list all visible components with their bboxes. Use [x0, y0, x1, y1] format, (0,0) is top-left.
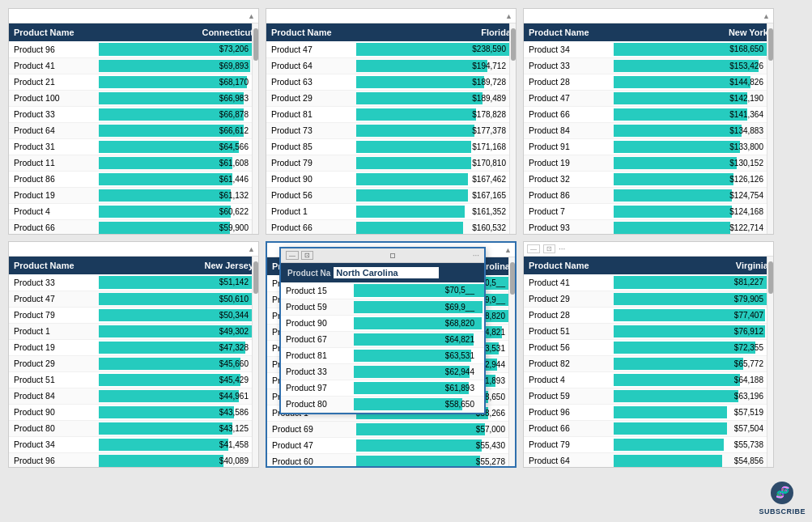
table-row: Product 66$160,532: [266, 219, 516, 235]
table-row: Product 80$43,125: [9, 420, 258, 436]
product-name-cell: Product 1: [266, 203, 356, 219]
product-name-cell: Product 82: [524, 355, 614, 371]
ny-scrollbar-thumb[interactable]: [768, 28, 773, 61]
value-text: $144,826: [619, 78, 768, 87]
table-row: Product 86$124,754: [524, 187, 773, 203]
value-text: $168,650: [619, 45, 768, 53]
value-text: $177,378: [361, 126, 511, 135]
ct-scroll-up-icon[interactable]: ▲: [248, 12, 255, 20]
subscribe-label[interactable]: SUBSCRIBE: [759, 507, 806, 516]
value-cell: $133,800: [614, 138, 773, 155]
ct-scrollbar-thumb[interactable]: [253, 28, 258, 61]
table-row: Product 64$54,856: [524, 452, 773, 468]
value-text: $44,961: [104, 392, 253, 401]
value-text: $141,364: [619, 110, 768, 119]
nc-overlay-menu[interactable]: ···: [473, 251, 479, 260]
value-text: $64,188: [619, 376, 768, 384]
table-row: Product 80$58,650: [281, 396, 484, 412]
product-name-cell: Product 90: [9, 404, 99, 420]
value-text: $41,458: [104, 440, 253, 449]
value-cell: $45,429: [99, 371, 258, 388]
value-text: $49,302: [104, 327, 253, 336]
value-cell: $153,426: [614, 57, 773, 74]
table-row: Product 15$70,5__: [281, 282, 484, 299]
va-widget-header: — ⊡ ···: [524, 242, 773, 257]
value-text: $58,650: [359, 400, 479, 409]
value-text: $124,754: [619, 191, 768, 200]
product-name-cell: Product 59: [281, 299, 354, 315]
table-row: Product 90$167,462: [266, 171, 516, 187]
product-name-cell: Product 56: [266, 187, 356, 203]
value-text: $60,622: [104, 207, 253, 216]
va-scrollbar-thumb[interactable]: [768, 261, 773, 294]
value-text: $170,810: [361, 159, 511, 168]
nc-overlay-minimize[interactable]: —: [286, 251, 299, 260]
product-name-cell: Product 66: [524, 420, 614, 436]
product-name-cell: Product 100: [9, 90, 99, 106]
value-text: $66,878: [104, 110, 253, 119]
product-name-cell: Product 31: [9, 138, 99, 155]
nj-scroll-up-icon[interactable]: ▲: [248, 245, 255, 253]
table-row: Product 41$81,227: [524, 274, 773, 291]
table-row: Product 81$63,531: [281, 347, 484, 363]
fl-scroll-up-icon[interactable]: ▲: [505, 12, 512, 20]
value-cell: $44,961: [99, 388, 258, 404]
table-row: Product 90$43,586: [9, 404, 258, 420]
va-menu-icon[interactable]: ···: [559, 244, 565, 253]
table-row: Product 29$189,489: [266, 90, 516, 106]
ny-table: Product Name New York Product 34$168,650…: [524, 23, 773, 235]
newjersey-widget: ▲ Product Name New Jersey Product 33$51,…: [8, 241, 259, 468]
table-row: Product 7$124,168: [524, 203, 773, 219]
fl-scrollbar-thumb[interactable]: [511, 28, 516, 61]
nc-title-input[interactable]: [334, 267, 439, 278]
value-cell: $81,227: [614, 274, 773, 291]
value-text: $55,430: [361, 441, 510, 450]
nc-bg-scrollbar-thumb[interactable]: [510, 262, 515, 295]
product-name-cell: Product 81: [281, 347, 354, 363]
table-row: Product 4$64,188: [524, 371, 773, 388]
table-row: Product 86$61,446: [9, 171, 258, 187]
value-cell: $45,660: [99, 355, 258, 371]
value-cell: $61,446: [99, 171, 258, 187]
value-cell: $142,190: [614, 90, 773, 106]
value-text: $65,772: [619, 359, 768, 368]
table-row: Product 33$51,142: [9, 274, 258, 291]
product-name-cell: Product 96: [9, 452, 99, 468]
nc-overlay-close[interactable]: [390, 253, 395, 258]
ny-scroll-up-icon[interactable]: ▲: [763, 12, 770, 20]
value-text: $126,126: [619, 175, 768, 184]
value-cell: $57,519: [614, 404, 773, 420]
subscribe-badge[interactable]: 🧬 SUBSCRIBE: [759, 480, 806, 516]
value-text: $61,893: [359, 384, 479, 393]
va-expand-icon[interactable]: ⊡: [543, 244, 555, 253]
value-text: $55,278: [361, 457, 510, 466]
value-cell: $69,893: [99, 57, 258, 74]
va-minimize-icon[interactable]: —: [527, 244, 540, 253]
virginia-widget: — ⊡ ··· Product Name Virginia Product 41…: [523, 241, 774, 468]
nj-col-value: New Jersey: [99, 257, 258, 274]
connecticut-widget: ▲ Product Name Connecticut Product 96$73…: [8, 8, 259, 235]
nc-overlay-window[interactable]: — ⊡ ··· Product Na Product 15$70,5__Prod…: [279, 247, 486, 414]
product-name-cell: Product 41: [524, 274, 614, 291]
value-text: $62,944: [359, 367, 479, 376]
table-row: Product 59$63,196: [524, 388, 773, 404]
nc-overlay-expand[interactable]: ⊡: [301, 251, 313, 260]
value-cell: $50,344: [99, 307, 258, 323]
va-col-product: Product Name: [524, 257, 614, 274]
value-text: $133,800: [619, 142, 768, 151]
product-name-cell: Product 97: [281, 380, 354, 396]
fl-table: Product Name Florida Product 47$238,590P…: [266, 23, 516, 235]
product-name-cell: Product 47: [267, 437, 356, 453]
product-name-cell: Product 91: [524, 138, 614, 155]
ct-controls: ▲: [248, 12, 255, 20]
value-cell: $55,738: [614, 436, 773, 452]
value-cell: $124,754: [614, 187, 773, 203]
ny-widget-header: ▲: [524, 9, 773, 23]
value-cell: $124,168: [614, 203, 773, 219]
table-row: Product 66$141,364: [524, 106, 773, 122]
value-text: $59,900: [104, 223, 253, 232]
nj-scrollbar-thumb[interactable]: [253, 261, 258, 294]
product-name-cell: Product 63: [266, 74, 356, 90]
table-row: Product 64$66,612: [9, 122, 258, 138]
table-row: Product 31$64,566: [9, 138, 258, 155]
